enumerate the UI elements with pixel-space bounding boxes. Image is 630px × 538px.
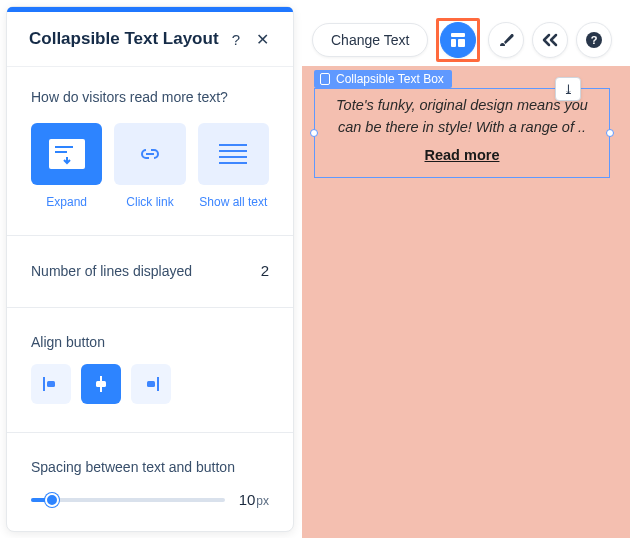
panel-header: Collapsible Text Layout ? ✕ [7,12,293,67]
align-left-icon [42,375,60,393]
align-right-icon [142,375,160,393]
layout-button-highlight [436,18,480,62]
svg-rect-11 [96,381,106,387]
help-icon: ? [232,31,240,48]
align-center-button[interactable] [81,364,121,404]
spacing-unit: px [256,494,269,508]
read-label-click-link: Click link [114,195,185,209]
brush-icon [497,31,515,49]
svg-text:?: ? [591,34,598,46]
question-icon: ? [585,31,603,49]
lines-value[interactable]: 2 [261,262,269,279]
read-label-expand: Expand [31,195,102,209]
resize-handle-left[interactable] [310,129,318,137]
collapsible-text-box[interactable]: ⤓ Tote's funky, original design means yo… [314,88,610,178]
spacing-value-display: 10 px [239,491,269,508]
editor-canvas: Change Text [302,0,630,538]
read-label-show-all: Show all text [198,195,269,209]
panel-title: Collapsible Text Layout [29,29,223,49]
align-left-button[interactable] [31,364,71,404]
align-center-icon [92,375,110,393]
divider [7,432,293,433]
align-label: Align button [31,334,269,350]
close-button[interactable]: ✕ [249,26,275,52]
download-icon: ⤓ [563,82,574,97]
align-button-group [31,364,269,404]
read-mode-options [31,123,269,185]
align-right-button[interactable] [131,364,171,404]
canvas-stage[interactable]: Collapsible Text Box ⤓ Tote's funky, ori… [302,66,630,538]
read-option-click-link[interactable] [114,123,185,185]
component-badge: Collapsible Text Box [314,70,452,88]
lines-row: Number of lines displayed 2 [31,262,269,279]
chevrons-left-icon [541,33,559,47]
download-badge[interactable]: ⤓ [555,77,581,101]
sample-text: Tote's funky, original design means you … [329,95,595,139]
svg-rect-13 [147,381,155,387]
spacing-slider[interactable] [31,498,225,502]
show-all-icon [213,139,253,169]
close-icon: ✕ [256,30,269,49]
panel-body: How do visitors read more text? [7,67,293,531]
svg-rect-15 [451,39,456,47]
floating-toolbar: Change Text [312,18,612,62]
layout-icon [449,31,467,49]
help-circle-button[interactable]: ? [576,22,612,58]
read-question-label: How do visitors read more text? [31,89,269,105]
svg-rect-16 [458,39,465,47]
layout-button[interactable] [440,22,476,58]
divider [7,235,293,236]
read-option-show-all[interactable] [198,123,269,185]
expand-icon [47,137,87,171]
svg-rect-9 [47,381,55,387]
spacing-label: Spacing between text and button [31,459,269,475]
spacing-value: 10 [239,491,256,508]
svg-rect-0 [49,139,85,169]
animation-button[interactable] [532,22,568,58]
divider [7,307,293,308]
slider-thumb[interactable] [45,493,59,507]
read-more-link[interactable]: Read more [329,147,595,163]
read-mode-labels: Expand Click link Show all text [31,195,269,209]
change-text-button[interactable]: Change Text [312,23,428,57]
help-button[interactable]: ? [223,26,249,52]
component-badge-label: Collapsible Text Box [336,72,444,86]
link-icon [135,144,165,164]
design-button[interactable] [488,22,524,58]
resize-handle-right[interactable] [606,129,614,137]
svg-rect-14 [451,33,465,37]
read-option-expand[interactable] [31,123,102,185]
lines-label: Number of lines displayed [31,263,192,279]
spacing-slider-row: 10 px [31,491,269,508]
settings-panel: Collapsible Text Layout ? ✕ How do visit… [6,6,294,532]
mobile-icon [320,73,330,85]
